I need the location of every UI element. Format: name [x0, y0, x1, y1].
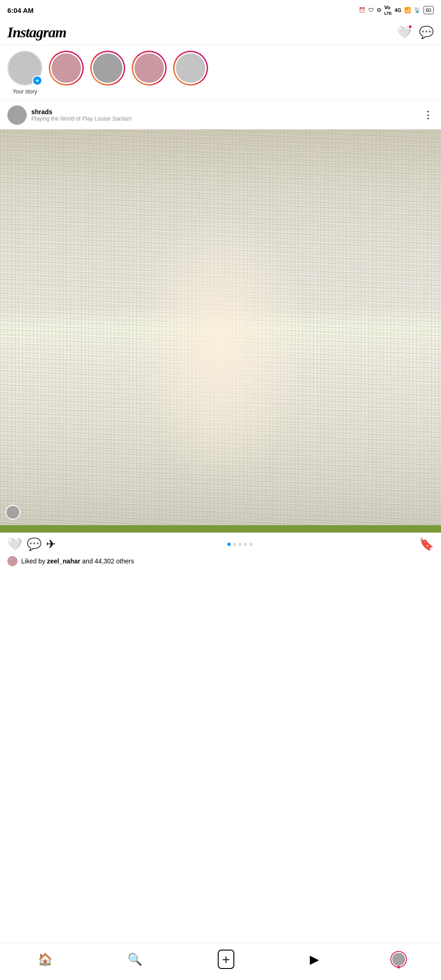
story-ring-2 [90, 51, 125, 86]
status-bar: 6:04 AM ⏰ 🛡 ⚙ VoLTE 4G 📶 📡 60 [0, 0, 441, 20]
likes-prefix: Liked by [21, 557, 45, 565]
messages-button[interactable]: 💬 [419, 25, 434, 40]
story-avatar-3 [134, 53, 164, 83]
story-avatar-pattern-1 [52, 53, 81, 83]
story-ring-inner-4 [174, 52, 207, 84]
home-icon: 🏠 [38, 952, 52, 967]
like-button[interactable]: 🤍 [7, 537, 27, 551]
bookmark-button[interactable]: 🔖 [419, 537, 434, 551]
story-avatar-pattern-4 [176, 53, 205, 83]
home-nav-button[interactable]: 🏠 [34, 951, 56, 968]
add-nav-button[interactable]: ＋ [214, 948, 238, 971]
messenger-icon: 💬 [419, 25, 434, 39]
share-button[interactable]: ✈ [46, 537, 61, 551]
post: shrads Playing the World of Play Louise … [0, 101, 441, 570]
dot-2 [233, 543, 236, 546]
likes-username[interactable]: zeel_nahar [47, 557, 80, 565]
notifications-button[interactable]: 🤍 [397, 25, 412, 40]
green-stripe [0, 525, 441, 533]
comment-icon: 💬 [27, 537, 41, 551]
story-ring-1 [49, 51, 84, 86]
post-author-avatar[interactable] [7, 105, 27, 125]
profile-nav-avatar-pattern [392, 953, 405, 966]
comment-button[interactable]: 💬 [27, 537, 46, 551]
profile-active-dot [397, 966, 400, 968]
dot-3 [238, 543, 242, 546]
story-ring-3 [132, 51, 167, 86]
post-more-button[interactable]: ⋮ [423, 109, 434, 121]
post-image[interactable] [0, 129, 441, 525]
status-icons: ⏰ 🛡 ⚙ VoLTE 4G 📶 📡 60 [359, 5, 434, 16]
bottom-nav: 🏠 🔍 ＋ ▶ [0, 943, 441, 980]
carousel-dots [61, 543, 419, 546]
story-item-2[interactable] [90, 51, 125, 95]
header-actions: 🤍 💬 [397, 25, 434, 40]
post-username[interactable]: shrads [31, 108, 132, 116]
stories-row: + Your story [0, 45, 441, 101]
story-ring-inner-1 [50, 52, 82, 84]
battery-indicator: 60 [424, 6, 434, 14]
story-item-your-story[interactable]: + Your story [7, 51, 42, 95]
dot-4 [244, 543, 247, 546]
post-image-container [0, 129, 441, 533]
likes-avatar-pattern [7, 556, 17, 566]
your-story-avatar-wrapper: + [7, 51, 42, 86]
reels-icon: ▶ [310, 952, 319, 967]
post-user-details: shrads Playing the World of Play Louise … [31, 108, 132, 122]
post-likes: Liked by zeel_nahar and 44,302 others [0, 556, 441, 570]
likes-count: and 44,302 others [82, 557, 134, 565]
add-icon: ＋ [218, 950, 234, 969]
story-ring-inner-2 [92, 52, 124, 84]
likes-text: Liked by zeel_nahar and 44,302 others [21, 557, 134, 565]
reels-nav-button[interactable]: ▶ [306, 951, 323, 968]
notification-badge [408, 24, 412, 29]
add-story-icon: + [32, 75, 42, 86]
alarm-icon: ⏰ [359, 7, 366, 13]
send-icon: ✈ [46, 537, 56, 551]
story-avatar-pattern-3 [134, 53, 164, 83]
signal-icon: 📶 [404, 7, 411, 13]
story-avatar-1 [52, 53, 81, 83]
post-user-info: shrads Playing the World of Play Louise … [7, 105, 132, 125]
search-nav-button[interactable]: 🔍 [124, 951, 146, 968]
post-avatar-pattern [7, 105, 27, 125]
profile-nav-button[interactable] [390, 951, 407, 968]
content-spacer [0, 570, 441, 708]
story-ring-inner-3 [133, 52, 165, 84]
post-actions: 🤍 💬 ✈ 🔖 [0, 533, 441, 556]
post-corner-avatar [6, 505, 20, 520]
search-icon: 🔍 [128, 952, 142, 967]
heart-outline-icon: 🤍 [7, 537, 22, 551]
story-ring-4 [173, 51, 208, 86]
corner-avatar-pattern [6, 506, 19, 519]
settings-icon: ⚙ [377, 7, 382, 13]
story-avatar-2 [93, 53, 122, 83]
dot-5 [250, 543, 253, 546]
likes-avatar [7, 556, 17, 566]
instagram-logo: Instagram [7, 24, 66, 41]
bookmark-icon: 🔖 [419, 537, 434, 551]
carrier-label: VoLTE [384, 5, 392, 16]
story-item-4[interactable] [173, 51, 208, 95]
profile-nav-avatar [392, 953, 405, 966]
status-time: 6:04 AM [7, 6, 34, 14]
story-avatar-pattern-2 [93, 53, 122, 83]
shield-icon: 🛡 [368, 7, 374, 13]
story-item-1[interactable] [49, 51, 84, 95]
story-avatar-4 [176, 53, 205, 83]
post-distorted-photo [0, 129, 441, 525]
wifi-icon: 📡 [414, 7, 421, 13]
story-item-3[interactable] [132, 51, 167, 95]
app-header: Instagram 🤍 💬 [0, 20, 441, 45]
post-header: shrads Playing the World of Play Louise … [0, 101, 441, 129]
post-subtitle: Playing the World of Play Louise Sardam [31, 116, 132, 122]
your-story-label: Your story [12, 88, 37, 95]
photo-noise-overlay [0, 129, 441, 525]
dot-1 [227, 543, 231, 546]
network-label: 4G [395, 7, 401, 13]
